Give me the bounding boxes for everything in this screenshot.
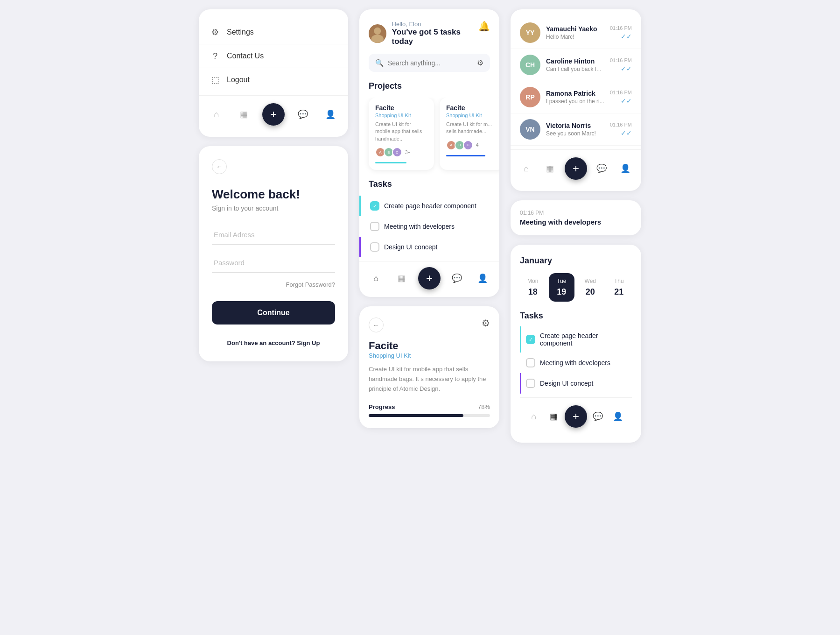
home-card: Hello, Elon You've got 5 tasks today 🔔 🔍… <box>359 9 499 297</box>
home-nav-btn[interactable]: ⌂ <box>207 105 226 124</box>
signup-link-action[interactable]: Sign Up <box>297 339 320 346</box>
cal-day-num-2: 20 <box>586 287 595 297</box>
msg-meta-1: 01:16 PM ✓✓ <box>610 57 632 72</box>
proj-desc-0: Create UI kit for mobile app that sells … <box>375 121 427 142</box>
proj-detail-title: Facite <box>369 340 490 352</box>
cal-day-3[interactable]: Thu 21 <box>606 273 632 302</box>
cal-task-checkbox-0[interactable]: ✓ <box>526 335 535 344</box>
menu-item-logout[interactable]: ⬚ Logout <box>199 68 348 92</box>
proj-avatar: C <box>463 140 473 150</box>
cal-day-name-0: Mon <box>527 278 538 284</box>
menu-item-settings[interactable]: ⚙ Settings <box>199 21 348 44</box>
task-checkbox-0[interactable]: ✓ <box>370 201 379 211</box>
profile-nav-btn[interactable]: 👤 <box>321 105 340 124</box>
forgot-password-link[interactable]: Forgot Password? <box>212 281 335 288</box>
proj-name-1: Facite <box>446 104 498 112</box>
profile-msg-nav[interactable]: 👤 <box>616 159 635 178</box>
search-icon: 🔍 <box>375 59 384 67</box>
proj-detail-header: ← ⚙ <box>369 318 490 332</box>
cal-task-0[interactable]: ✓ Create page header component <box>520 326 632 353</box>
task-item-1[interactable]: Meeting with developers <box>359 216 499 237</box>
proj-progress-1 <box>446 155 485 156</box>
cal-day-0[interactable]: Mon 18 <box>520 273 546 302</box>
add-fab[interactable]: + <box>262 103 285 126</box>
cal-task-checkbox-1[interactable] <box>526 358 535 367</box>
proj-name-0: Facite <box>375 104 427 112</box>
add-fab-home[interactable]: + <box>418 267 441 289</box>
msg-item-2[interactable]: RP Ramona Patrick I passed you on the ri… <box>511 81 641 113</box>
msg-check-0: ✓✓ <box>621 33 632 40</box>
proj-avatars-0: A B C 3+ <box>375 147 427 157</box>
msg-avatar-2: RP <box>520 87 540 107</box>
profile-cal-nav[interactable]: 👤 <box>609 407 627 426</box>
task-item-2[interactable]: Design UI concept <box>359 237 499 257</box>
cal-day-2[interactable]: Wed 20 <box>577 273 603 302</box>
cal-task-1[interactable]: Meeting with developers <box>520 353 632 373</box>
task-checkbox-1[interactable] <box>370 222 379 231</box>
menu-item-contact-label: Contact Us <box>227 52 264 60</box>
progress-percentage: 78% <box>478 403 490 410</box>
progress-row: Progress 78% <box>369 403 490 410</box>
home-msg-nav[interactable]: ⌂ <box>517 159 536 178</box>
msg-avatar-1: CH <box>520 55 540 75</box>
proj-avatar: C <box>392 147 402 157</box>
msg-item-1[interactable]: CH Caroline Hinton Can I call you back l… <box>511 49 641 81</box>
task-label-2: Design UI concept <box>384 243 437 251</box>
chat-nav[interactable]: 💬 <box>448 269 466 288</box>
meeting-title: Meeting with developers <box>520 218 632 226</box>
msg-item-3[interactable]: VN Victoria Norris See you soon Marc! 01… <box>511 113 641 146</box>
task-checkbox-2[interactable] <box>370 242 379 252</box>
mid-column: Hello, Elon You've got 5 tasks today 🔔 🔍… <box>359 9 499 428</box>
proj-settings-icon[interactable]: ⚙ <box>482 318 490 332</box>
proj-count-1: 4+ <box>476 142 481 148</box>
msg-body-2: Ramona Patrick I passed you on the ri... <box>546 90 604 105</box>
add-fab-msg[interactable]: + <box>565 157 587 180</box>
chat-nav-btn[interactable]: 💬 <box>294 105 312 124</box>
notification-bell[interactable]: 🔔 <box>478 21 490 32</box>
password-field[interactable] <box>212 253 335 273</box>
menu-item-contact[interactable]: ? Contact Us <box>199 44 348 68</box>
filter-icon[interactable]: ⚙ <box>477 58 483 67</box>
signup-link: Don't have an account? Sign Up <box>212 339 335 346</box>
project-card-0[interactable]: Facite Shopping UI Kit Create UI kit for… <box>369 98 434 170</box>
cal-cal-nav[interactable]: ▦ <box>545 407 563 426</box>
calendar-month: January <box>520 256 632 266</box>
project-detail-card: ← ⚙ Facite Shopping UI Kit Create UI kit… <box>359 306 499 428</box>
msg-meta-2: 01:16 PM ✓✓ <box>610 90 632 105</box>
task-label-0: Create page header component <box>384 202 476 210</box>
cal-tasks-title: Tasks <box>520 311 632 326</box>
cal-nav[interactable]: ▦ <box>392 269 411 288</box>
proj-desc-1: Create UI kit for m... sells handmade... <box>446 121 498 135</box>
msg-preview-0: Hello Marc! <box>546 34 604 40</box>
msg-body-1: Caroline Hinton Can I call you back late… <box>546 57 604 72</box>
search-input[interactable] <box>388 59 473 67</box>
msg-preview-1: Can I call you back later? ... <box>546 66 604 72</box>
proj-detail-description: Create UI kit for mobile app that sells … <box>369 365 490 394</box>
cal-task-checkbox-2[interactable] <box>526 379 535 388</box>
cal-bottom-nav: ⌂ ▦ + 💬 👤 <box>520 397 632 431</box>
calendar-card: January Mon 18 Tue 19 Wed 20 Thu 21 Task… <box>511 245 641 443</box>
cal-task-2[interactable]: Design UI concept <box>520 373 632 394</box>
cal-day-1[interactable]: Tue 19 <box>549 273 575 302</box>
continue-button[interactable]: Continue <box>212 301 335 325</box>
chat-cal-nav[interactable]: 💬 <box>588 407 607 426</box>
email-field[interactable] <box>212 225 335 245</box>
svg-point-1 <box>371 34 384 42</box>
proj-detail-back[interactable]: ← <box>369 318 384 332</box>
back-button[interactable]: ← <box>212 159 227 174</box>
home-nav[interactable]: ⌂ <box>367 269 385 288</box>
add-fab-cal[interactable]: + <box>565 405 587 428</box>
msg-name-1: Caroline Hinton <box>546 57 604 65</box>
project-card-1[interactable]: Facite Shopping UI Kit Create UI kit for… <box>440 98 499 170</box>
msg-item-0[interactable]: YY Yamauchi Yaeko Hello Marc! 01:16 PM ✓… <box>511 17 641 49</box>
cal-task-label-1: Meeting with developers <box>540 359 610 367</box>
profile-nav[interactable]: 👤 <box>473 269 492 288</box>
chat-msg-nav[interactable]: 💬 <box>592 159 611 178</box>
msg-preview-3: See you soon Marc! <box>546 130 604 137</box>
task-item-0[interactable]: ✓ Create page header component <box>359 196 499 216</box>
messages-card: YY Yamauchi Yaeko Hello Marc! 01:16 PM ✓… <box>511 9 641 191</box>
calendar-nav-btn[interactable]: ▦ <box>235 105 253 124</box>
settings-icon: ⚙ <box>210 27 220 37</box>
home-cal-nav[interactable]: ⌂ <box>525 407 543 426</box>
cal-msg-nav[interactable]: ▦ <box>541 159 560 178</box>
